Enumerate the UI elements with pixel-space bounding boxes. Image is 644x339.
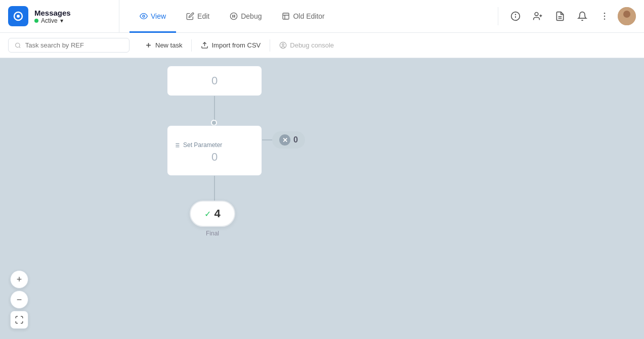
tab-old-editor-label: Old Editor (293, 12, 324, 20)
toolbar-divider-1 (191, 39, 192, 52)
add-user-icon-btn[interactable] (529, 7, 547, 25)
toolbar: New task Import from CSV Debug console (0, 33, 644, 58)
final-node-wrap: ✓ 4 Final (190, 201, 235, 237)
logo-area: Messages Active ▾ (8, 0, 119, 32)
list-icon (174, 142, 180, 149)
svg-point-7 (535, 13, 538, 16)
import-icon (201, 41, 208, 49)
status-badge[interactable]: Active ▾ (34, 17, 71, 24)
svg-point-16 (623, 11, 630, 18)
svg-point-14 (604, 19, 606, 20)
connector-line-2 (214, 176, 215, 201)
tab-debug[interactable]: Debug (220, 1, 272, 33)
nav-tabs: View Edit Debug Old Editor (119, 0, 498, 32)
tab-view-label: View (151, 12, 166, 20)
zoom-in-button[interactable]: + (10, 270, 28, 288)
error-x-icon: ✕ (279, 134, 290, 146)
app-name: Messages (34, 9, 71, 17)
final-value: 4 (214, 207, 220, 220)
app-title-area: Messages Active ▾ (34, 9, 71, 24)
connector-line-1 (214, 96, 215, 121)
svg-point-17 (16, 43, 20, 47)
toolbar-divider-2 (270, 39, 270, 52)
status-dot (34, 19, 38, 23)
top-node[interactable]: 0 (167, 66, 262, 96)
set-param-value: 0 (211, 151, 218, 164)
final-node[interactable]: ✓ 4 (190, 201, 235, 227)
set-param-label: Set Parameter (183, 141, 222, 149)
tab-debug-label: Debug (241, 12, 262, 20)
nav-right (498, 7, 636, 25)
debug-console-icon (279, 41, 287, 49)
avatar[interactable] (618, 7, 636, 25)
svg-point-13 (604, 16, 606, 17)
plus-label: + (17, 274, 22, 285)
search-input-wrap[interactable] (8, 38, 130, 53)
tab-edit-label: Edit (197, 12, 209, 20)
import-csv-button[interactable]: Import from CSV (194, 38, 268, 53)
zoom-controls: + − (10, 270, 28, 329)
svg-point-2 (143, 15, 145, 17)
error-badge[interactable]: ✕ 0 (272, 131, 305, 149)
status-label: Active (41, 17, 58, 24)
bell-icon-btn[interactable] (573, 7, 591, 25)
node-header: Set Parameter (167, 137, 228, 151)
svg-rect-3 (283, 13, 289, 19)
svg-point-1 (17, 15, 20, 18)
search-input[interactable] (25, 41, 123, 49)
top-nav: Messages Active ▾ View Edit (0, 0, 644, 33)
debug-console-button[interactable]: Debug console (272, 38, 341, 53)
fit-view-button[interactable] (10, 311, 28, 329)
top-node-value: 0 (211, 74, 218, 87)
svg-point-23 (282, 43, 284, 45)
fit-icon (15, 315, 24, 324)
new-task-button[interactable]: New task (138, 38, 189, 53)
document-icon-btn[interactable] (551, 7, 569, 25)
tab-old-editor[interactable]: Old Editor (272, 1, 334, 33)
canvas: 0 Set Parameter 0 ✕ 0 ✓ 4 Final + (0, 58, 644, 339)
set-param-node[interactable]: Set Parameter 0 (167, 125, 262, 176)
svg-point-12 (604, 13, 606, 14)
debug-console-label: Debug console (290, 41, 334, 49)
new-task-label: New task (155, 41, 182, 49)
error-count: 0 (293, 135, 298, 144)
search-icon (15, 42, 21, 49)
svg-line-18 (19, 46, 20, 47)
final-label: Final (206, 230, 219, 237)
zoom-out-button[interactable]: − (10, 290, 28, 309)
import-label: Import from CSV (211, 41, 261, 49)
minus-label: − (17, 295, 22, 305)
more-icon-btn[interactable] (595, 7, 614, 25)
info-icon-btn[interactable] (506, 7, 525, 25)
check-icon: ✓ (204, 209, 211, 219)
tab-edit[interactable]: Edit (176, 1, 220, 33)
app-logo[interactable] (8, 6, 28, 26)
tab-view[interactable]: View (130, 1, 176, 33)
chevron-down-icon: ▾ (60, 17, 63, 24)
plus-icon (145, 41, 152, 49)
